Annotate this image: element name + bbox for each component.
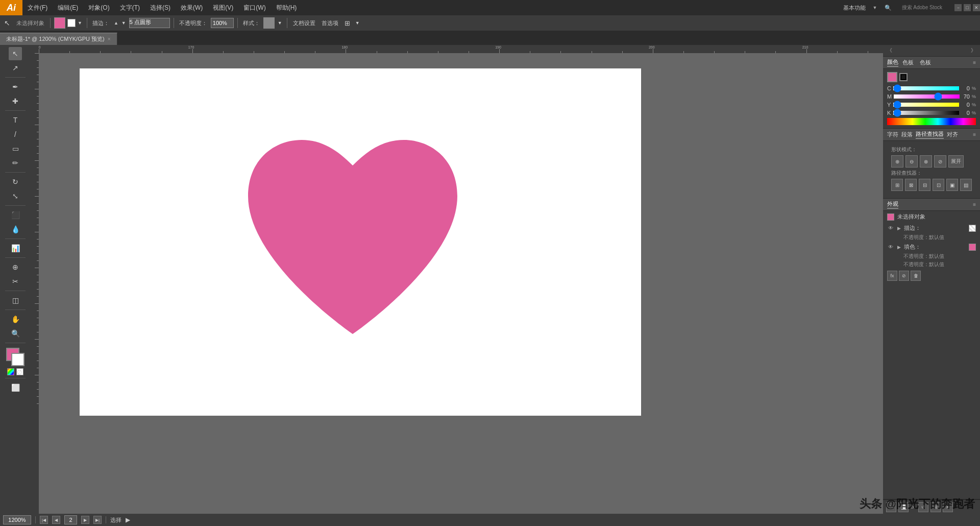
menu-edit[interactable]: 编辑(E): [53, 0, 83, 15]
toolbar-fill-swatch[interactable]: [54, 17, 65, 29]
toolbar-size-up[interactable]: ▲: [113, 20, 119, 26]
pf-expand[interactable]: 展开: [948, 155, 964, 168]
tool-line[interactable]: /: [9, 128, 22, 141]
fill-visibility-icon[interactable]: 👁: [887, 244, 894, 251]
tool-eyedropper[interactable]: 💧: [9, 223, 22, 236]
color-fill-indicator[interactable]: [887, 72, 897, 82]
menu-help[interactable]: 帮助(H): [271, 0, 302, 15]
workspace-dropdown-icon[interactable]: ▼: [873, 5, 877, 10]
menu-window[interactable]: 窗口(W): [238, 0, 271, 15]
pf-intersect[interactable]: ⊗: [920, 155, 932, 168]
pf-divide[interactable]: ⊞: [891, 179, 903, 191]
toolbar-stroke-dropdown[interactable]: ▼: [77, 20, 83, 26]
appearance-stroke-row[interactable]: 👁 ▶ 描边：: [883, 223, 980, 233]
toolbar-selection-arrow[interactable]: ↖: [2, 17, 12, 29]
toolbar-size-down[interactable]: ▼: [120, 20, 127, 26]
tool-rotate[interactable]: ↻: [9, 175, 22, 188]
tool-gradient[interactable]: ◫: [9, 294, 22, 307]
menu-view[interactable]: 视图(V): [208, 0, 238, 15]
toolbar-style-swatch[interactable]: [263, 17, 275, 29]
document-tab[interactable]: 未标题-1* @ 1200% (CMYK/GPU 预览) ×: [0, 33, 117, 45]
menu-object[interactable]: 对象(O): [83, 0, 114, 15]
tool-pencil[interactable]: ✏: [9, 156, 22, 170]
heart-shape-container[interactable]: [228, 114, 478, 365]
toolbar-preferences[interactable]: 首选项: [320, 17, 340, 29]
panel-collapse-right[interactable]: 》: [971, 47, 976, 54]
tool-type[interactable]: T: [9, 113, 22, 127]
tool-zoom[interactable]: 🔍: [9, 327, 22, 340]
appearance-panel-menu[interactable]: ≡: [973, 202, 976, 207]
appear-trash-btn[interactable]: 🗑: [911, 271, 921, 281]
toolbar-doc-settings[interactable]: 文档设置: [291, 17, 317, 29]
toolbar-size-select[interactable]: 5 点圆形: [129, 18, 170, 28]
search-stock-icon[interactable]: 🔍: [881, 4, 895, 12]
fill-expand-icon[interactable]: ▶: [897, 245, 901, 250]
stroke-expand-icon[interactable]: ▶: [897, 226, 901, 231]
tool-pen[interactable]: ✒: [9, 80, 22, 93]
align-tab[interactable]: 对齐: [947, 131, 958, 138]
status-arrow-btn[interactable]: ▶: [126, 516, 130, 523]
tool-scale[interactable]: ⤡: [9, 189, 22, 203]
toolbar-opacity-input[interactable]: [211, 18, 234, 28]
tool-hand[interactable]: ✋: [9, 313, 22, 326]
toolbar-extra-dropdown[interactable]: ▼: [354, 20, 361, 26]
pf-merge[interactable]: ⊟: [919, 179, 930, 191]
pf-exclude[interactable]: ⊘: [934, 155, 946, 168]
tool-chart[interactable]: 📊: [9, 242, 22, 255]
stroke-visibility-icon[interactable]: 👁: [887, 225, 894, 232]
pf-minus-front[interactable]: ⊖: [905, 155, 918, 168]
toolbar-stroke-swatch[interactable]: [67, 19, 76, 27]
menu-effect[interactable]: 效果(W): [176, 0, 208, 15]
tool-select[interactable]: ↖: [9, 47, 22, 60]
pf-outline[interactable]: ▣: [946, 179, 958, 191]
nav-prev-btn[interactable]: ◀: [52, 516, 60, 524]
zoom-input[interactable]: [3, 515, 31, 524]
appear-clear-btn[interactable]: ⊘: [899, 271, 909, 281]
cmyk-c-slider[interactable]: [893, 86, 959, 90]
reset-btn[interactable]: ↺: [918, 502, 928, 512]
tool-direct-select[interactable]: ↗: [9, 61, 22, 75]
color-mode-btn[interactable]: [7, 368, 14, 375]
close-button[interactable]: ✕: [973, 4, 980, 11]
none-color-btn[interactable]: ∅: [16, 368, 23, 375]
tool-rect[interactable]: ▭: [9, 142, 22, 155]
char-tab[interactable]: 字符: [887, 131, 898, 138]
pathfinder-panel-menu[interactable]: ≡: [973, 132, 976, 137]
layers-btn[interactable]: ⊞: [930, 502, 941, 512]
pf-minus-back[interactable]: ▤: [960, 179, 972, 191]
appear-new-btn[interactable]: fx: [887, 271, 897, 281]
appearance-fill-row[interactable]: 👁 ▶ 填色：: [883, 242, 980, 252]
toolbar-style-dropdown[interactable]: ▼: [277, 20, 283, 26]
tool-paint[interactable]: ⬛: [9, 208, 22, 222]
color-panel-menu[interactable]: ≡: [973, 60, 976, 65]
pf-unite[interactable]: ⊕: [891, 155, 903, 168]
nav-first-btn[interactable]: |◀: [40, 516, 48, 524]
swatches-tab[interactable]: 色板: [902, 59, 914, 66]
tool-symbol[interactable]: ⊕: [9, 260, 22, 274]
stroke-color-box[interactable]: [11, 353, 24, 366]
color-spectrum-bar[interactable]: [887, 118, 976, 125]
menu-select[interactable]: 选择(S): [145, 0, 176, 15]
workspace-label[interactable]: 基本功能: [840, 3, 869, 13]
new-layer-btn[interactable]: □: [886, 502, 896, 512]
new-layer-btn2[interactable]: ⬜: [898, 502, 909, 512]
menu-file[interactable]: 文件(F): [22, 0, 53, 15]
stroke-swatch[interactable]: [969, 225, 976, 232]
appearance-tab[interactable]: 外观: [887, 200, 898, 209]
tab-close-button[interactable]: ×: [108, 36, 111, 42]
tool-draw-normal[interactable]: ⬜: [9, 381, 22, 394]
search-stock-input[interactable]: 搜索 Adobe Stock: [899, 3, 945, 12]
restore-button[interactable]: □: [964, 4, 971, 11]
canvas-scroll[interactable]: [39, 53, 883, 514]
panel-collapse-left[interactable]: 《: [887, 47, 892, 54]
tool-slice[interactable]: ✂: [9, 275, 22, 288]
cmyk-m-slider[interactable]: [894, 94, 960, 99]
minimize-button[interactable]: －: [954, 4, 962, 11]
pf-trim[interactable]: ⊠: [905, 179, 917, 191]
color-tab[interactable]: 颜色: [887, 58, 898, 67]
para-tab[interactable]: 段落: [901, 131, 913, 138]
delete-btn[interactable]: ✕: [943, 502, 953, 512]
toolbar-extra-btn[interactable]: ⊞: [342, 17, 352, 29]
menu-text[interactable]: 文字(T): [115, 0, 145, 15]
tool-add-anchor[interactable]: ✚: [9, 94, 22, 108]
